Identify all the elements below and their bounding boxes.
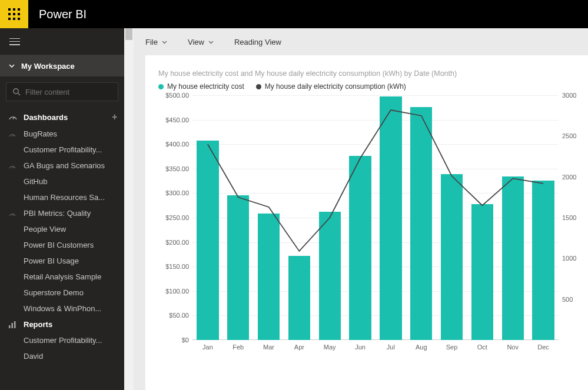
app-launcher-button[interactable]	[0, 0, 28, 28]
app-header: Power BI	[0, 0, 588, 28]
menu-file[interactable]: File	[145, 38, 168, 46]
sidebar-item-label: Customer Profitability...	[24, 336, 102, 345]
x-tick-label: Jun	[345, 340, 376, 354]
workspace-label: My Workspace	[21, 62, 75, 71]
y-left-tick: $350.00	[165, 165, 189, 172]
content-area: FileViewReading View My house electricit…	[134, 28, 588, 390]
section-label: Reports	[24, 320, 52, 329]
sidebar-item[interactable]: Power BI Customers	[0, 237, 124, 253]
x-tick-label: Jul	[376, 340, 406, 354]
sidebar-item[interactable]: Superstore Demo	[0, 285, 124, 301]
legend-item[interactable]: My house daily electricity consumption (…	[256, 82, 406, 91]
y-left-tick: $250.00	[165, 214, 189, 221]
x-tick-label: Apr	[284, 340, 314, 354]
sidebar-item[interactable]: GitHub	[0, 174, 124, 189]
sidebar-item-label: GA Bugs and Scenarios	[24, 161, 105, 170]
y-left-tick: $400.00	[165, 141, 189, 148]
svg-rect-1	[13, 8, 15, 11]
y-right-tick: 2000	[562, 174, 576, 181]
y-right-tick: 3000	[562, 92, 576, 99]
filter-input[interactable]	[25, 88, 112, 96]
svg-rect-5	[18, 13, 20, 15]
chevron-down-icon	[8, 62, 15, 69]
sidebar-item-label: Superstore Demo	[24, 288, 84, 297]
sidebar-item[interactable]: Customer Profitability...	[0, 142, 124, 158]
sidebar-section-header[interactable]: Reports	[0, 316, 124, 332]
legend-label: My house electricity cost	[167, 82, 244, 91]
chevron-down-icon	[161, 39, 168, 45]
x-tick-label: May	[314, 340, 345, 354]
menu-view[interactable]: View	[188, 38, 214, 46]
menu-reading-view[interactable]: Reading View	[234, 38, 281, 46]
sidebar-item[interactable]: GA Bugs and Scenarios	[0, 158, 124, 174]
sidebar-item[interactable]: BugRates	[0, 126, 124, 142]
toolbar: FileViewReading View	[134, 28, 588, 55]
menu-label: File	[145, 38, 158, 46]
sidebar-item-label: BugRates	[24, 129, 57, 138]
menu-label: Reading View	[234, 38, 281, 46]
y-left-tick: $500.00	[165, 92, 189, 99]
menu-label: View	[188, 38, 204, 46]
sidebar-item-label: Customer Profitability...	[24, 145, 102, 154]
legend-label: My house daily electricity consumption (…	[265, 82, 406, 91]
brand-label: Power BI	[39, 8, 87, 21]
filter-box[interactable]	[6, 82, 118, 101]
svg-rect-16	[12, 323, 14, 328]
svg-rect-8	[18, 18, 20, 20]
report-icon	[8, 321, 18, 329]
search-icon	[12, 88, 21, 96]
canvas-wrap: My house electricity cost and My house d…	[134, 55, 588, 390]
legend-item[interactable]: My house electricity cost	[158, 82, 244, 91]
sidebar-collapse-button[interactable]	[0, 28, 124, 55]
sidebar-item-label: Human Resources Sa...	[24, 193, 105, 202]
sidebar-item[interactable]: David	[0, 348, 124, 364]
y-left-tick: $300.00	[165, 189, 189, 196]
dashboard-icon	[8, 112, 18, 122]
x-tick-label: Aug	[406, 340, 437, 354]
workspace-selector[interactable]: My Workspace	[0, 55, 124, 76]
sidebar-item[interactable]: PBI Metrics: Quality	[0, 205, 124, 221]
line-path[interactable]	[208, 110, 543, 251]
x-tick-label: Mar	[254, 340, 284, 354]
waffle-icon	[8, 8, 20, 20]
y-left-tick: $450.00	[165, 116, 189, 124]
line-series	[192, 95, 559, 340]
y-right-tick: 1000	[562, 255, 576, 262]
sidebar-item-label: Power BI Customers	[24, 241, 94, 249]
gauge-icon	[8, 162, 18, 170]
sidebar-item-label: People View	[24, 225, 66, 234]
sidebar-item-label: Windows & WinPhon...	[24, 304, 101, 313]
svg-rect-4	[13, 13, 15, 15]
svg-rect-6	[8, 18, 11, 20]
sidebar-item[interactable]: Human Resources Sa...	[0, 189, 124, 205]
sidebar-item-label: GitHub	[24, 177, 47, 186]
vertical-scrollbar[interactable]	[124, 28, 134, 390]
sidebar-item-label: Power BI Usage	[24, 256, 79, 265]
svg-rect-2	[18, 8, 20, 11]
sidebar-section-header[interactable]: Dashboards+	[0, 108, 124, 126]
chart-plot: $0$50.00$100.00$150.00$200.00$250.00$300…	[158, 95, 582, 354]
sidebar-item[interactable]: Windows & WinPhon...	[0, 301, 124, 316]
hamburger-icon	[9, 38, 20, 45]
chart-legend: My house electricity costMy house daily …	[158, 82, 582, 91]
svg-rect-3	[8, 13, 11, 15]
section-label: Dashboards	[24, 113, 68, 122]
report-canvas: My house electricity cost and My house d…	[145, 55, 588, 390]
x-axis-labels: JanFebMarAprMayJunJulAugSepOctNovDec	[192, 340, 559, 354]
svg-rect-7	[13, 18, 15, 20]
y-left-tick: $200.00	[165, 239, 189, 246]
y-axis-right: 50010001500200025003000	[559, 95, 582, 340]
y-left-tick: $150.00	[165, 263, 189, 270]
sidebar-item[interactable]: Power BI Usage	[0, 253, 124, 269]
scrollbar-thumb[interactable]	[125, 28, 132, 40]
add-icon[interactable]: +	[112, 112, 117, 122]
gauge-icon	[8, 209, 18, 218]
sidebar-item-label: Retail Analysis Sample	[24, 272, 101, 281]
svg-line-10	[18, 93, 20, 95]
y-right-tick: 500	[562, 296, 573, 303]
y-left-tick: $50.00	[169, 312, 189, 319]
sidebar-item[interactable]: Retail Analysis Sample	[0, 269, 124, 285]
x-tick-label: Sep	[437, 340, 467, 354]
sidebar-item[interactable]: People View	[0, 221, 124, 237]
sidebar-item[interactable]: Customer Profitability...	[0, 332, 124, 348]
